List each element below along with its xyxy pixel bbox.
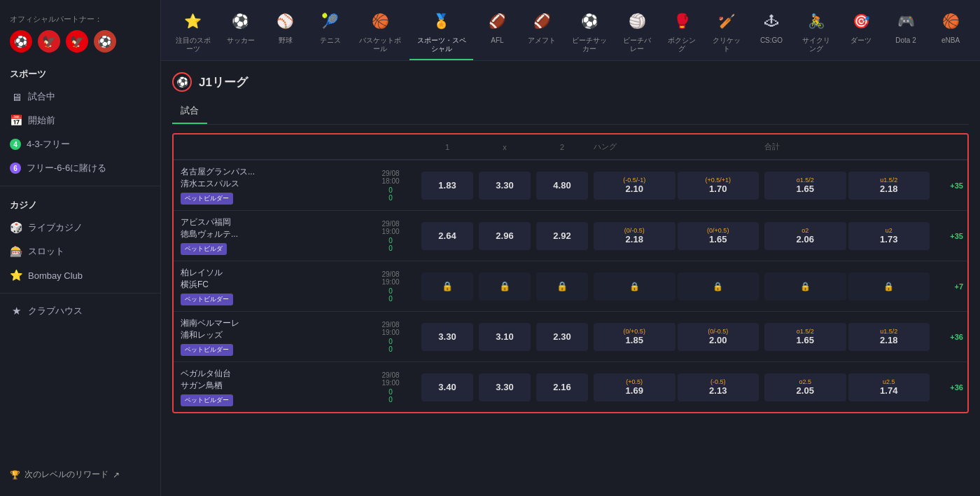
oddx-btn-0[interactable]: 3.30 [479, 172, 531, 200]
sport-icon-4[interactable]: 🏀 バスケットボール [354, 6, 407, 60]
sport-icon-label-13: サイクリング [799, 36, 833, 53]
sport-icon-8[interactable]: ⚽ ビーチサッカー [566, 6, 613, 60]
partner-logo-flamengo: 🦅 [66, 30, 88, 53]
sport-icon-7[interactable]: 🏈 アメフト [521, 6, 563, 60]
odd1-btn-1[interactable]: 2.64 [421, 222, 473, 250]
odd1-btn-4[interactable]: 3.40 [421, 373, 473, 401]
oddx-btn-2: 🔒 [479, 273, 531, 301]
sport-icon-16[interactable]: 🏀 eNBA [930, 6, 972, 60]
more-bets-2[interactable]: +7 [932, 280, 967, 294]
hcap1-label-3: (0/+0.5) [624, 328, 645, 335]
odd2-btn-4[interactable]: 2.16 [536, 373, 588, 401]
score-3: 00 [388, 338, 393, 353]
sport-icon-12[interactable]: 🕹 CS:GO [750, 6, 792, 60]
total1-btn-3[interactable]: o1.5/2 1.65 [764, 323, 846, 351]
sport-icon-13[interactable]: 🚴 サイクリング [795, 6, 837, 60]
badge-3[interactable]: ベットビルダー [181, 344, 233, 356]
sport-icon-img-8: ⚽ [577, 8, 602, 34]
sidebar-item-label-bombay: Bombay Club [28, 270, 83, 281]
sidebar-item-clubhouse[interactable]: ★ クラブハウス [0, 299, 160, 323]
sidebar-item-bombay[interactable]: ⭐ Bombay Club [0, 263, 160, 287]
badge-0[interactable]: ベットビルダー [181, 193, 233, 205]
tab-matches[interactable]: 試合 [172, 100, 207, 124]
total1-btn-1[interactable]: o2 2.06 [764, 222, 846, 250]
total2-btn-3[interactable]: u1.5/2 2.18 [848, 323, 930, 351]
sidebar-item-slots[interactable]: 🎰 スロット [0, 240, 160, 263]
sport-icon-img-16: 🏀 [938, 8, 963, 34]
hcap2-btn-4[interactable]: (-0.5) 2.13 [678, 373, 760, 401]
hcap2-btn-0[interactable]: (+0.5/+1) 1.70 [678, 172, 760, 200]
partner-logos: ⚽ 🦅 🦅 ⚽ [10, 30, 150, 53]
hcap2-label-0: (+0.5/+1) [705, 177, 731, 184]
sport-icon-3[interactable]: 🎾 テニス [309, 6, 351, 60]
sport-icon-2[interactable]: ⚾ 野球 [265, 6, 307, 60]
sport-icon-14[interactable]: 🎯 ダーツ [840, 6, 882, 60]
badge-4[interactable]: ベットビルダー [181, 394, 233, 406]
hcap1-btn-0[interactable]: (-0.5/-1) 2.10 [594, 172, 676, 200]
sport-icon-15[interactable]: 🎮 Dota 2 [885, 6, 927, 60]
oddx-btn-1[interactable]: 2.96 [479, 222, 531, 250]
total2-btn-1[interactable]: u2 1.73 [848, 222, 930, 250]
reward-icon: 🏆 [10, 470, 20, 480]
sidebar-item-live[interactable]: 🖥 試合中 [0, 85, 160, 109]
total1-btn-4[interactable]: o2.5 2.05 [764, 373, 846, 401]
sport-icon-10[interactable]: 🥊 ボクシング [661, 6, 703, 60]
sport-icon-label-4: バスケットボール [358, 36, 403, 53]
col-total-3: o1.5/2 1.65 u1.5/2 2.18 [762, 320, 932, 354]
oddx-btn-4[interactable]: 3.30 [479, 373, 531, 401]
odd1-btn-0[interactable]: 1.83 [421, 172, 473, 200]
odd2-btn-1[interactable]: 2.92 [536, 222, 588, 250]
partners-label: オフィシャルパートナー： [10, 14, 150, 25]
sidebar-item-live-casino[interactable]: 🎲 ライブカジノ [0, 216, 160, 240]
sport-icon-0[interactable]: ⭐ 注目のスポーツ [169, 6, 217, 60]
odd1-btn-3[interactable]: 3.30 [421, 323, 473, 351]
sidebar-item-label-clubhouse: クラブハウス [28, 305, 83, 317]
match-row-1: アビスパ福岡 徳島ヴォルテ... ベットビルダ 29/0819:00 00 2.… [174, 210, 967, 261]
sport-icon-9[interactable]: 🏐 ビーチバレー [616, 6, 658, 60]
col-handicap-3: (0/+0.5) 1.85 (0/-0.5) 2.00 [591, 320, 762, 354]
hcap1-btn-4[interactable]: (+0.5) 1.69 [594, 373, 676, 401]
odd2-btn-3[interactable]: 2.30 [536, 323, 588, 351]
badge-2[interactable]: ベットビルダー [181, 294, 233, 305]
sport-icon-1[interactable]: ⚽ サッカー [220, 6, 262, 60]
hcap1-btn-1[interactable]: (0/-0.5) 2.18 [594, 222, 676, 250]
total1-btn-0[interactable]: o1.5/2 1.65 [764, 172, 846, 200]
sport-icon-5[interactable]: 🏅 スポーツ・スペシャル [410, 6, 473, 60]
sport-icon-11[interactable]: 🏏 クリケット [706, 6, 748, 60]
table-header: 1 x 2 ハング 合計 [174, 135, 967, 160]
total2-val-0: 2.18 [880, 184, 897, 194]
col-2-2: 🔒 [533, 270, 591, 303]
team1-1: アビスパ福岡 [181, 216, 356, 228]
match-info-4: ベガルタ仙台 サガン鳥栖 ベットビルダー [174, 362, 363, 412]
live-casino-icon: 🎲 [10, 221, 22, 234]
external-link-icon: ↗ [113, 470, 120, 480]
hcap2-btn-1[interactable]: (0/+0.5) 1.65 [678, 222, 760, 250]
sport-icon-img-12: 🕹 [759, 8, 784, 34]
hcap2-label-1: (0/+0.5) [707, 227, 729, 234]
oddx-btn-3[interactable]: 3.10 [479, 323, 531, 351]
sidebar-item-free43[interactable]: 4 4-3-フリー [0, 132, 160, 156]
more-bets-1[interactable]: +35 [932, 229, 967, 243]
more-bets-3[interactable]: +36 [932, 330, 967, 344]
odd2-btn-0[interactable]: 4.80 [536, 172, 588, 200]
sport-icon-img-15: 🎮 [893, 8, 918, 34]
more-bets-4[interactable]: +36 [932, 380, 967, 394]
hcap1-val-3: 1.85 [626, 335, 643, 345]
col-meta-4: 29/0819:00 00 [363, 368, 419, 406]
date-3: 29/0819:00 [382, 321, 399, 336]
total2-btn-0[interactable]: u1.5/2 2.18 [848, 172, 930, 200]
more-bets-0[interactable]: +35 [932, 179, 967, 193]
sport-icon-6[interactable]: 🏈 AFL [476, 6, 518, 60]
total2-btn-4[interactable]: u2.5 1.74 [848, 373, 930, 401]
hcap1-btn-3[interactable]: (0/+0.5) 1.85 [594, 323, 676, 351]
sport-icon-label-3: テニス [320, 36, 341, 45]
sidebar-item-free66[interactable]: 6 フリー-6-6に賭ける [0, 156, 160, 180]
sidebar-item-upcoming[interactable]: 📅 開始前 [0, 109, 160, 132]
reward-section[interactable]: 🏆 次のレベルのリワード ↗ [0, 462, 160, 488]
badge-1[interactable]: ベットビルダ [181, 243, 227, 255]
col-meta-1: 29/0819:00 00 [363, 217, 419, 255]
sport-icon-img-9: 🏐 [624, 8, 650, 34]
hcap2-btn-3[interactable]: (0/-0.5) 2.00 [678, 323, 760, 351]
match-rows: 名古屋グランパス... 清水エスパルス ベットビルダー 29/0818:00 0… [174, 160, 967, 412]
match-info-1: アビスパ福岡 徳島ヴォルテ... ベットビルダ [174, 211, 363, 261]
